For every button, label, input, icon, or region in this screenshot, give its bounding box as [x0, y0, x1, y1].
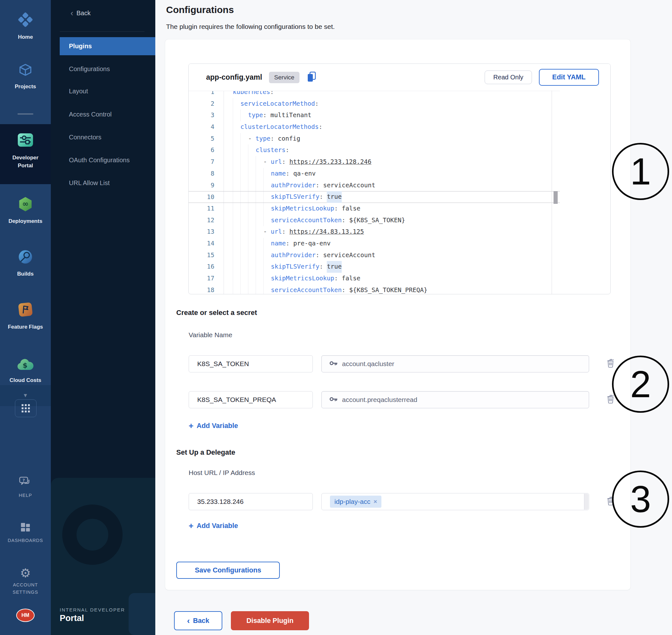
sidebar-item-dashboards[interactable]: DASHBOARDS: [0, 522, 51, 544]
sidebar-item-account-settings[interactable]: ⚙ ACCOUNT SETTINGS: [0, 567, 51, 596]
account-settings-label-1: ACCOUNT: [13, 582, 38, 588]
secondary-sidebar: ‹ Back Plugins Configurations Layout Acc…: [51, 0, 155, 635]
nav-divider: [60, 31, 145, 32]
code-scrollbar-track[interactable]: [551, 90, 560, 294]
sidebar-item-deployments[interactable]: ∞ Deployments: [0, 196, 51, 224]
user-avatar[interactable]: HM: [16, 609, 35, 622]
code-line-3: 3type: multiTenant: [189, 110, 560, 121]
sidebar-divider: [18, 113, 33, 115]
cloud-costs-icon: $: [17, 356, 34, 372]
sidebar-item-developer-portal[interactable]: Developer Portal: [0, 131, 51, 169]
cube-icon: [18, 62, 33, 79]
secret-select-1[interactable]: account.qacluster: [321, 355, 589, 372]
code-scrollbar-thumb[interactable]: [554, 191, 558, 204]
secret-select-2[interactable]: account.preqaclusterread: [321, 391, 589, 408]
service-badge: Service: [269, 72, 299, 83]
back-nav-label: Back: [77, 9, 90, 17]
code-line-11: 11skipMetricsLookup: false: [189, 203, 560, 215]
deployments-label: Deployments: [8, 218, 43, 224]
nav-item-label: Layout: [69, 88, 88, 95]
builds-icon: [18, 249, 33, 266]
sidebar-item-help[interactable]: ? HELP: [0, 476, 51, 499]
delete-variable-button-1[interactable]: [606, 358, 615, 369]
nav-item-oauth-configurations[interactable]: OAuth Configurations: [60, 151, 155, 169]
code-line-6: 6clusters:: [189, 145, 560, 156]
sidebar-item-builds[interactable]: Builds: [0, 249, 51, 277]
sidebar-item-projects[interactable]: Projects: [0, 62, 51, 90]
key-icon: [329, 359, 338, 369]
nav-item-connectors[interactable]: Connectors: [60, 128, 155, 146]
back-nav[interactable]: ‹ Back: [70, 9, 90, 17]
code-line-10: 10skipTLSVerify: true: [189, 191, 560, 203]
code-line-9: 9authProvider: serviceAccount: [189, 180, 560, 192]
add-variable-link-delegate[interactable]: + Add Variable: [189, 522, 238, 530]
delegate-tag-chip[interactable]: idp-play-acc ×: [330, 496, 382, 508]
annotation-circle-3: 3: [612, 470, 669, 528]
sidebar-item-feature-flags[interactable]: Feature Flags: [0, 301, 51, 330]
back-button[interactable]: ‹ Back: [174, 611, 222, 630]
brand-kicker: INTERNAL DEVELOPER: [60, 607, 125, 612]
grid-icon: [22, 404, 30, 412]
deployments-icon: ∞: [18, 196, 33, 213]
svg-text:?: ?: [23, 478, 25, 483]
projects-label: Projects: [15, 83, 36, 90]
code-line-15: 15authProvider: serviceAccount: [189, 249, 560, 261]
variable-name-label: Variable Name: [189, 331, 232, 339]
chevron-left-icon: ‹: [70, 9, 73, 17]
nav-item-label: URL Allow List: [69, 179, 110, 187]
nav-item-label: Access Control: [69, 111, 112, 118]
nav-item-url-allow-list[interactable]: URL Allow List: [60, 174, 155, 192]
code-line-13: 13- url: https://34.83.13.125: [189, 226, 560, 238]
code-line-16: 16skipTLSVerify: true: [189, 261, 560, 273]
module-picker-button[interactable]: [15, 399, 37, 417]
sidebar-decor-ring: [62, 504, 123, 565]
nav-item-layout[interactable]: Layout: [60, 82, 155, 100]
remove-tag-icon[interactable]: ×: [373, 498, 377, 505]
sidebar-item-home[interactable]: Home: [0, 12, 51, 40]
add-variable-link-secret[interactable]: + Add Variable: [189, 422, 238, 430]
nav-item-label: Connectors: [69, 134, 101, 141]
key-icon: [329, 395, 338, 405]
cloud-costs-label: Cloud Costs: [9, 377, 41, 384]
code-line-7: 7- url: https://35.233.128.246: [189, 156, 560, 168]
code-line-1: 1kubernetes:: [189, 91, 560, 98]
variable-name-input-1[interactable]: [189, 355, 313, 372]
page-subtitle: The plugin requires the following config…: [166, 23, 335, 30]
code-line-14: 14name: pre-qa-env: [189, 238, 560, 249]
nav-item-label: Plugins: [69, 43, 92, 50]
nav-item-plugins[interactable]: Plugins: [60, 37, 155, 55]
nav-item-configurations[interactable]: Configurations: [60, 60, 155, 78]
plus-icon: +: [189, 522, 193, 530]
page-title: Configurations: [166, 4, 234, 15]
help-label: HELP: [19, 492, 32, 499]
annotation-circle-2: 2: [612, 356, 669, 413]
copy-button[interactable]: [306, 71, 317, 84]
sidebar-item-cloud-costs[interactable]: $ Cloud Costs: [0, 356, 51, 384]
yaml-editor-card: app-config.yaml Service Read Only Edit Y…: [188, 64, 611, 294]
nav-item-label: Configurations: [69, 65, 110, 73]
save-configurations-button[interactable]: Save Configurations: [176, 562, 280, 579]
yaml-code-lines: 1kubernetes:2serviceLocatorMethod:3type:…: [189, 91, 560, 294]
sidebar-decor-square: [129, 593, 155, 635]
nav-item-access-control[interactable]: Access Control: [60, 105, 155, 124]
plus-icon: +: [189, 422, 193, 430]
host-url-label: Host URL / IP Address: [189, 469, 255, 477]
dashboards-label: DASHBOARDS: [8, 537, 43, 544]
tag-field-scrollbar[interactable]: [584, 494, 588, 509]
host-url-input[interactable]: [189, 493, 313, 510]
primary-sidebar: Home Projects Developer Portal ∞ Deploym…: [0, 0, 51, 635]
secret-value: account.qacluster: [342, 360, 394, 368]
read-only-badge: Read Only: [485, 70, 532, 84]
annotation-circle-1: 1: [612, 143, 669, 200]
edit-yaml-button[interactable]: Edit YAML: [539, 69, 599, 86]
delegate-tags-field[interactable]: idp-play-acc ×: [321, 493, 589, 510]
yaml-code-viewport[interactable]: 1kubernetes:2serviceLocatorMethod:3type:…: [189, 91, 560, 294]
svg-text:∞: ∞: [22, 199, 28, 208]
code-line-4: 4clusterLocatorMethods:: [189, 121, 560, 133]
disable-plugin-button[interactable]: Disable Plugin: [231, 611, 309, 630]
yaml-card-header: app-config.yaml Service Read Only Edit Y…: [189, 64, 610, 91]
variable-name-input-2[interactable]: [189, 391, 313, 408]
nav-item-label: OAuth Configurations: [69, 156, 130, 164]
yaml-filename: app-config.yaml: [206, 73, 262, 82]
developer-portal-label-2: Portal: [18, 162, 33, 169]
